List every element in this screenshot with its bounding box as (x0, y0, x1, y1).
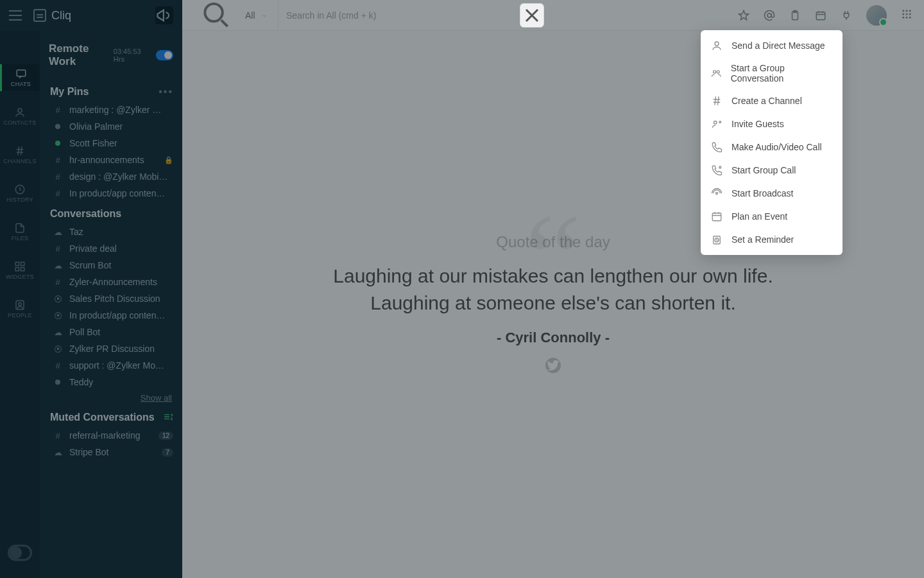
bot-icon: ☁ (53, 448, 63, 457)
theme-toggle[interactable] (0, 545, 40, 569)
convo-item[interactable]: ⦿Sales Pitch Discussion (40, 290, 182, 307)
muted-item[interactable]: #referral-marketing12 (40, 427, 182, 444)
muted-title: Muted Conversations (50, 412, 155, 423)
menu-direct-message[interactable]: Send a Direct Message (701, 34, 843, 57)
convo-item[interactable]: ☁Poll Bot (40, 324, 182, 340)
menu-label: Plan an Event (732, 211, 787, 222)
hash-icon: # (53, 105, 63, 115)
menu-group-call[interactable]: Start Group Call (701, 159, 843, 182)
lock-icon: 🔒 (164, 156, 173, 164)
convo-item[interactable]: ☁Taz (40, 223, 182, 240)
brand-bar: Cliq (0, 0, 182, 31)
menu-label: Set a Reminder (732, 234, 794, 245)
rail-chats[interactable]: CHATS (0, 64, 40, 91)
history-icon (14, 184, 26, 195)
hash-icon: # (53, 172, 63, 182)
svg-rect-2 (15, 262, 19, 265)
svg-point-28 (719, 166, 721, 168)
convo-label: Private deal (69, 243, 173, 254)
new-action-button[interactable] (520, 3, 544, 28)
menu-create-channel[interactable]: Create a Channel (701, 89, 843, 112)
pin-label: Scott Fisher (69, 138, 173, 148)
presence-icon (53, 141, 63, 146)
rail-label: WIDGETS (6, 274, 34, 280)
hash-icon: # (53, 244, 63, 254)
broadcast-icon (711, 188, 723, 199)
pin-label: In product/app conten… (69, 188, 173, 198)
menu-broadcast[interactable]: Start Broadcast (701, 182, 843, 205)
menu-group-convo[interactable]: Start a Group Conversation (701, 57, 843, 89)
convo-label: Taz (69, 227, 173, 237)
user-icon (711, 40, 723, 51)
pin-item[interactable]: Olivia Palmer (40, 118, 182, 135)
rail-label: CHATS (11, 81, 31, 87)
svg-rect-30 (712, 213, 721, 221)
menu-audio-video-call[interactable]: Make Audio/Video Call (701, 136, 843, 159)
svg-point-7 (19, 302, 22, 306)
pin-label: hr-announcements (69, 155, 158, 165)
show-all-link[interactable]: Show all (40, 390, 182, 405)
announce-button[interactable] (155, 6, 173, 24)
convo-item[interactable]: #Zyler-Announcements (40, 274, 182, 290)
invite-icon (711, 118, 723, 130)
convo-label: support : @Zylker Mo… (69, 360, 173, 371)
bot-icon: ☁ (53, 227, 63, 237)
chat-icon (15, 68, 27, 80)
rail-contacts[interactable]: CONTACTS (0, 103, 40, 130)
convos-title: Conversations (50, 208, 121, 220)
pins-more[interactable]: ••• (158, 86, 173, 98)
pins-header: My Pins ••• (40, 80, 182, 101)
rail-history[interactable]: HISTORY (0, 180, 40, 207)
rail-widgets[interactable]: WIDGETS (0, 257, 40, 284)
remote-toggle[interactable] (156, 50, 173, 60)
menu-label: Create a Channel (732, 96, 802, 106)
convo-item[interactable]: ☁Scrum Bot (40, 257, 182, 274)
svg-rect-0 (17, 70, 26, 76)
menu-plan-event[interactable]: Plan an Event (701, 205, 843, 228)
pin-item[interactable]: #marketing : @Zylker … (40, 101, 182, 118)
svg-point-29 (716, 193, 718, 195)
menu-label: Invite Guests (732, 119, 784, 129)
convo-label: In product/app conten… (69, 310, 173, 320)
calendar-icon (711, 211, 723, 222)
convo-item[interactable]: #support : @Zylker Mo… (40, 357, 182, 374)
hash-icon: # (53, 431, 63, 441)
hash-icon: # (53, 155, 63, 165)
svg-point-27 (714, 121, 717, 125)
muted-label: referral-marketing (69, 430, 152, 441)
people-icon (14, 299, 26, 311)
svg-point-26 (717, 71, 719, 73)
rail-label: HISTORY (6, 197, 33, 203)
convo-item[interactable]: #Private deal (40, 240, 182, 257)
muted-settings-icon[interactable] (163, 412, 173, 423)
pin-item[interactable]: #design : @Zylker Mobi… (40, 168, 182, 185)
pin-item[interactable]: #In product/app conten… (40, 185, 182, 202)
menu-toggle[interactable] (9, 10, 22, 21)
contacts-icon (14, 107, 26, 118)
rail-label: PEOPLE (8, 312, 32, 319)
convo-label: Poll Bot (69, 327, 173, 337)
pin-item[interactable]: Scott Fisher (40, 135, 182, 152)
convo-item[interactable]: ⦿In product/app conten… (40, 307, 182, 324)
phone-group-icon (711, 164, 723, 176)
unread-badge: 12 (158, 432, 173, 440)
rail-files[interactable]: FILES (0, 218, 40, 245)
menu-invite-guests[interactable]: Invite Guests (701, 112, 843, 136)
menu-set-reminder[interactable]: Set a Reminder (701, 228, 843, 251)
widgets-icon (14, 261, 26, 272)
svg-rect-4 (15, 268, 19, 271)
convo-item[interactable]: Teddy (40, 374, 182, 390)
remote-time: 03:45:53 Hrs (114, 48, 151, 63)
convo-item[interactable]: ⦿Zylker PR Discussion (40, 340, 182, 357)
svg-point-25 (713, 71, 715, 73)
muted-item[interactable]: ☁Stripe Bot7 (40, 444, 182, 460)
pin-label: marketing : @Zylker … (69, 105, 173, 115)
menu-label: Start Broadcast (732, 188, 794, 198)
pin-label: Olivia Palmer (69, 121, 173, 132)
rail-label: CONTACTS (3, 119, 36, 126)
main-area: All “ Quote of the day (182, 0, 924, 578)
group-icon: ⦿ (53, 344, 63, 354)
rail-channels[interactable]: CHANNELS (0, 141, 40, 168)
pin-item[interactable]: #hr-announcements🔒 (40, 152, 182, 168)
rail-people[interactable]: PEOPLE (0, 295, 40, 322)
